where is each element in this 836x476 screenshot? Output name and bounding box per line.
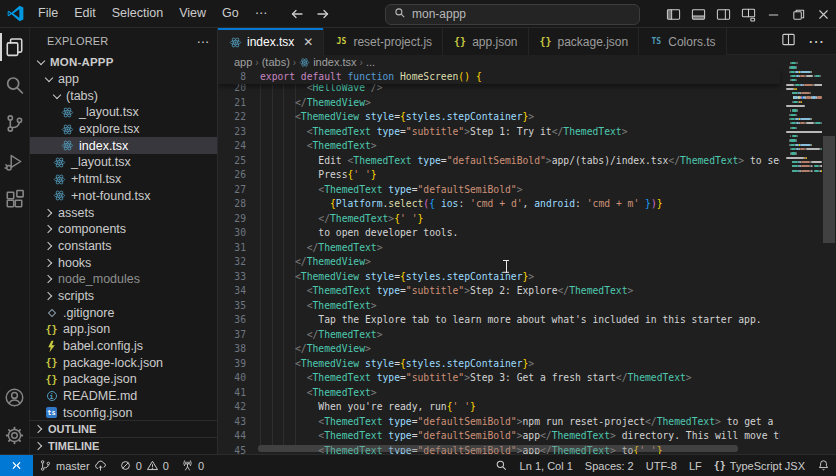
code-line-28[interactable]: 28 {Platform.select({ ios: 'cmd + d', an… <box>218 197 780 212</box>
nav-forward-icon[interactable] <box>315 6 331 22</box>
code-line-43[interactable]: 43 <ThemedText type="defaultSemiBold">np… <box>218 415 780 430</box>
menu-file[interactable]: File <box>30 0 66 27</box>
indentation-status[interactable]: Spaces: 2 <box>579 455 640 476</box>
code-line-23[interactable]: 23 <ThemedText type="subtitle">Step 1: T… <box>218 125 780 140</box>
menu-edit[interactable]: Edit <box>66 0 104 27</box>
menu-selection[interactable]: Selection <box>104 0 171 27</box>
language-mode[interactable]: {} TypeScript JSX <box>708 455 811 476</box>
branch-status[interactable]: master <box>33 455 113 476</box>
line-number[interactable]: 23 <box>218 125 246 140</box>
tree-item-scripts[interactable]: scripts <box>30 288 217 305</box>
tree-item--tabs-[interactable]: (tabs) <box>30 87 217 104</box>
code-line-37[interactable]: 37 </ThemedText> <box>218 328 780 343</box>
code-line-25[interactable]: 25 Edit <ThemedText type="defaultSemiBol… <box>218 154 780 169</box>
tree-item-components[interactable]: components <box>30 221 217 238</box>
line-number[interactable]: 43 <box>218 415 246 430</box>
code-line-34[interactable]: 34 <ThemedText type="subtitle">Step 2: E… <box>218 284 780 299</box>
code-line-32[interactable]: 32 </ThemedView> <box>218 255 780 270</box>
run-debug-icon[interactable] <box>0 142 30 180</box>
extensions-icon[interactable] <box>0 180 30 218</box>
code-line-21[interactable]: 21 </ThemedView> <box>218 96 780 111</box>
code-line-27[interactable]: 27 <ThemedText type="defaultSemiBold"> <box>218 183 780 198</box>
line-number[interactable]: 34 <box>218 284 246 299</box>
code-line-33[interactable]: 33 <ThemedView style={styles.stepContain… <box>218 270 780 285</box>
tree-item-babel-config-js[interactable]: babel.config.js <box>30 338 217 355</box>
split-editor-icon[interactable] <box>781 32 796 51</box>
code-line-24[interactable]: 24 <ThemedText> <box>218 139 780 154</box>
eol-status[interactable]: LF <box>683 455 708 476</box>
code-editor[interactable]: 20 <HelloWave />21 </ThemedView>22 <Them… <box>218 69 836 454</box>
line-number[interactable]: 38 <box>218 342 246 357</box>
breadcrumb-item-app[interactable]: app <box>234 56 252 68</box>
line-number[interactable]: 28 <box>218 197 246 212</box>
line-number[interactable]: 25 <box>218 154 246 169</box>
code-line-38[interactable]: 38 </ThemedView> <box>218 342 780 357</box>
tree-item--layout-tsx[interactable]: _layout.tsx <box>30 154 217 171</box>
tree-item-package-json[interactable]: {}package.json <box>30 371 217 388</box>
tab-colors-ts[interactable]: TSColors.ts <box>639 28 726 55</box>
code-line-35[interactable]: 35 <ThemedText> <box>218 299 780 314</box>
horizontal-scrollbar[interactable] <box>218 445 784 452</box>
horizontal-scrollbar-thumb[interactable] <box>258 445 738 452</box>
menu-[interactable]: ⋯ <box>247 0 276 27</box>
menu-view[interactable]: View <box>171 0 214 27</box>
tree-item--gitignore[interactable]: .gitignore <box>30 304 217 321</box>
close-tab-icon[interactable]: ✕ <box>303 35 313 49</box>
vertical-scrollbar-thumb[interactable] <box>823 136 835 243</box>
account-icon[interactable] <box>0 378 30 416</box>
tree-item-assets[interactable]: assets <box>30 204 217 221</box>
line-number[interactable]: 40 <box>218 371 246 386</box>
layout-panel-icon[interactable] <box>686 0 711 28</box>
settings-gear-icon[interactable] <box>0 416 30 454</box>
tree-item--layout-tsx[interactable]: _layout.tsx <box>30 104 217 121</box>
tree-item-app-json[interactable]: {}app.json <box>30 321 217 338</box>
line-number[interactable]: 39 <box>218 357 246 372</box>
files-icon[interactable] <box>0 28 30 66</box>
encoding-status[interactable]: UTF-8 <box>640 455 683 476</box>
tab-index-tsx[interactable]: index.tsx✕ <box>218 28 324 56</box>
vertical-scrollbar[interactable] <box>822 55 836 454</box>
line-number[interactable]: 31 <box>218 241 246 256</box>
code-line-29[interactable]: 29 </ThemedText>{' '} <box>218 212 780 227</box>
command-center-search[interactable]: mon-appp <box>385 4 640 25</box>
line-number[interactable]: 26 <box>218 168 246 183</box>
tree-item--not-found-tsx[interactable]: +not-found.tsx <box>30 188 217 205</box>
line-number[interactable]: 37 <box>218 328 246 343</box>
layout-customize-icon[interactable] <box>736 0 761 28</box>
code-line-42[interactable]: 42 When you're ready, run{' '} <box>218 400 780 415</box>
code-line-8[interactable]: 8export default function HomeScreen() { <box>218 69 780 84</box>
tree-item-package-lock-json[interactable]: {}package-lock.json <box>30 354 217 371</box>
line-number[interactable]: 8 <box>218 69 246 84</box>
search-icon[interactable] <box>0 66 30 104</box>
cursor-position[interactable]: Ln 1, Col 1 <box>514 455 579 476</box>
line-number[interactable]: 42 <box>218 400 246 415</box>
layout-sidebar-left-icon[interactable] <box>661 0 686 28</box>
restore-icon[interactable] <box>786 0 811 28</box>
tree-item-readme-md[interactable]: iREADME.md <box>30 388 217 405</box>
layout-sidebar-right-icon[interactable] <box>711 0 736 28</box>
tree-item-mon-appp[interactable]: MON-APPP <box>30 54 217 71</box>
code-line-30[interactable]: 30 to open developer tools. <box>218 226 780 241</box>
more-actions-icon[interactable]: ⋯ <box>808 32 824 51</box>
code-line-41[interactable]: 41 <ThemedText> <box>218 386 780 401</box>
code-line-22[interactable]: 22 <ThemedView style={styles.stepContain… <box>218 110 780 125</box>
line-number[interactable]: 29 <box>218 212 246 227</box>
breadcrumb-item--[interactable]: ... <box>366 56 375 68</box>
breadcrumb-item-index-tsx[interactable]: index.tsx <box>299 56 356 68</box>
menu-go[interactable]: Go <box>214 0 247 27</box>
ports-status[interactable]: 0 <box>175 455 210 476</box>
nav-back-icon[interactable] <box>289 6 305 22</box>
line-number[interactable]: 35 <box>218 299 246 314</box>
tree-item-node-modules[interactable]: node_modules <box>30 271 217 288</box>
code-line-36[interactable]: 36 Tap the Explore tab to learn more abo… <box>218 313 780 328</box>
code-line-39[interactable]: 39 <ThemedView style={styles.stepContain… <box>218 357 780 372</box>
code-line-44[interactable]: 44 <ThemedText type="defaultSemiBold">ap… <box>218 429 780 444</box>
line-number[interactable]: 27 <box>218 183 246 198</box>
line-number[interactable]: 32 <box>218 255 246 270</box>
minimize-icon[interactable] <box>761 0 786 28</box>
line-number[interactable]: 24 <box>218 139 246 154</box>
close-icon[interactable] <box>811 0 836 28</box>
line-number[interactable]: 41 <box>218 386 246 401</box>
outline-section[interactable]: OUTLINE <box>30 420 217 437</box>
notifications-bell[interactable] <box>811 455 836 476</box>
